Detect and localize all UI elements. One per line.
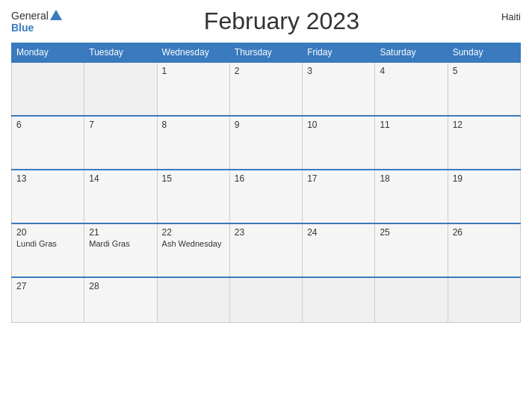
weekday-sunday: Sunday	[448, 43, 520, 63]
calendar-cell: 3	[303, 62, 375, 116]
event-label: Lundi Gras	[16, 239, 79, 248]
weekday-saturday: Saturday	[375, 43, 448, 63]
calendar-cell	[229, 277, 302, 322]
logo-general-text: General	[11, 10, 49, 22]
calendar-cell: 25	[375, 223, 448, 277]
calendar-cell: 10	[303, 116, 375, 170]
calendar-cell	[303, 277, 375, 322]
day-number: 3	[307, 66, 370, 76]
weekday-tuesday: Tuesday	[84, 43, 157, 63]
weekday-friday: Friday	[303, 43, 375, 63]
day-number: 11	[380, 120, 442, 130]
calendar-cell: 21Mardi Gras	[84, 223, 157, 277]
calendar-cell: 11	[375, 116, 448, 170]
event-label: Mardi Gras	[89, 239, 152, 248]
calendar-cell: 27	[12, 277, 84, 322]
calendar-cell: 13	[12, 170, 84, 223]
logo: General Blue	[11, 10, 62, 34]
day-number: 10	[307, 120, 370, 130]
logo-triangle-icon	[50, 10, 62, 20]
calendar-cell: 6	[12, 116, 84, 170]
calendar-cell	[84, 62, 157, 116]
calendar-header: General Blue February 2023 Haiti	[11, 7, 521, 35]
weekday-monday: Monday	[12, 43, 84, 63]
day-number: 6	[16, 120, 79, 130]
day-number: 23	[235, 227, 297, 238]
weekday-header-row: Monday Tuesday Wednesday Thursday Friday…	[12, 43, 521, 63]
day-number: 20	[16, 227, 79, 238]
day-number: 1	[162, 66, 225, 76]
day-number: 15	[162, 173, 225, 184]
calendar-cell: 14	[84, 170, 157, 223]
calendar-cell: 17	[303, 170, 375, 223]
day-number: 19	[453, 173, 516, 184]
day-number: 22	[162, 227, 225, 238]
calendar-cell: 20Lundi Gras	[12, 223, 84, 277]
calendar-cell: 15	[157, 170, 229, 223]
calendar-cell	[448, 277, 520, 322]
weekday-thursday: Thursday	[229, 43, 302, 63]
day-number: 21	[89, 227, 152, 238]
day-number: 2	[235, 66, 297, 76]
calendar-cell: 2	[229, 62, 302, 116]
event-label: Ash Wednesday	[162, 239, 225, 248]
day-number: 24	[307, 227, 370, 238]
calendar-cell: 24	[303, 223, 375, 277]
calendar-cell: 28	[84, 277, 157, 322]
calendar-cell: 9	[229, 116, 302, 170]
calendar-grid: Monday Tuesday Wednesday Thursday Friday…	[11, 43, 521, 323]
day-number: 17	[307, 173, 370, 184]
logo-blue-text: Blue	[11, 22, 34, 34]
calendar-cell	[157, 277, 229, 322]
day-number: 27	[16, 281, 79, 291]
calendar-container: General Blue February 2023 Haiti Monday …	[0, 0, 532, 411]
calendar-cell: 18	[375, 170, 448, 223]
calendar-cell: 26	[448, 223, 520, 277]
day-number: 5	[453, 66, 516, 76]
calendar-cell: 8	[157, 116, 229, 170]
calendar-cell: 23	[229, 223, 302, 277]
day-number: 13	[16, 173, 79, 184]
day-number: 7	[89, 120, 152, 130]
weekday-wednesday: Wednesday	[157, 43, 229, 63]
calendar-cell: 12	[448, 116, 520, 170]
calendar-cell	[375, 277, 448, 322]
calendar-cell: 16	[229, 170, 302, 223]
calendar-cell: 19	[448, 170, 520, 223]
day-number: 4	[380, 66, 442, 76]
day-number: 18	[380, 173, 442, 184]
calendar-cell	[12, 62, 84, 116]
day-number: 25	[380, 227, 442, 238]
day-number: 26	[453, 227, 516, 238]
country-label: Haiti	[501, 7, 521, 22]
calendar-cell: 22Ash Wednesday	[157, 223, 229, 277]
day-number: 16	[235, 173, 297, 184]
day-number: 12	[453, 120, 516, 130]
day-number: 14	[89, 173, 152, 184]
calendar-cell: 4	[375, 62, 448, 116]
calendar-cell: 1	[157, 62, 229, 116]
calendar-cell: 5	[448, 62, 520, 116]
day-number: 28	[89, 281, 152, 291]
day-number: 9	[235, 120, 297, 130]
calendar-title: February 2023	[62, 7, 501, 35]
calendar-cell: 7	[84, 116, 157, 170]
day-number: 8	[162, 120, 225, 130]
